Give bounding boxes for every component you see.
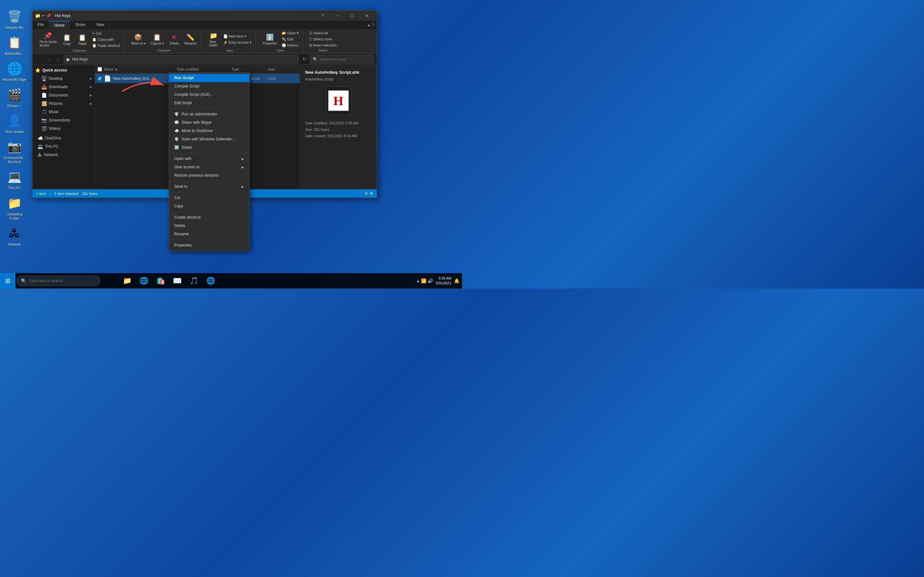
history-button[interactable]: 🕐 History <box>280 43 300 48</box>
tab-view[interactable]: View <box>91 21 110 29</box>
preview-icon: H <box>326 86 351 115</box>
invert-selection-button[interactable]: ⧉ Invert selection <box>308 43 338 48</box>
recycle-bin-icon[interactable]: 🗑️ Recycle Bin <box>0 6 29 32</box>
sidebar-music[interactable]: 🎵 Music <box>32 108 95 116</box>
sidebar-onedrive[interactable]: ☁️ OneDrive <box>32 134 95 142</box>
new-item-button[interactable]: 📄 New item ▾ <box>222 34 253 39</box>
ctx-give-access[interactable]: Give access to ▶ <box>169 163 249 171</box>
copy-to-button[interactable]: 📋 Copy to ▾ <box>149 32 166 47</box>
ctx-create-shortcut[interactable]: Create shortcut <box>169 213 249 221</box>
refresh-button[interactable]: ↻ <box>300 55 308 63</box>
network-status-icon[interactable]: 📶 <box>421 278 426 284</box>
select-all-button[interactable]: ☑ Select all <box>308 31 338 36</box>
ctx-edit-script[interactable]: Edit Script <box>169 99 249 107</box>
ctx-open-with[interactable]: Open with ▶ <box>169 155 249 163</box>
delete-button[interactable]: ✕ Delete <box>167 32 181 47</box>
ribbon-group-new: 📁 Newfolder 📄 New item ▾ ⚡ Easy access ▾… <box>204 31 256 52</box>
ctx-sep-1 <box>169 108 249 109</box>
column-date[interactable]: Date modified <box>177 67 231 71</box>
ctx-compile-script[interactable]: Compile Script <box>169 82 249 90</box>
back-button[interactable]: ← <box>35 55 43 63</box>
microsoft-edge-icon[interactable]: 🌐 Microsoft Edge <box>0 58 29 84</box>
sidebar-screenshots[interactable]: 📷 Screenshots <box>32 116 95 124</box>
select-all-checkbox[interactable] <box>97 67 102 71</box>
edit-button[interactable]: ✏️ Edit <box>280 37 300 42</box>
task-view-button[interactable]: ⧉ <box>103 273 118 288</box>
copy-button[interactable]: 📋 Copy <box>60 32 74 47</box>
up-button[interactable]: ↑ <box>54 55 62 63</box>
taskbar-app-icons: ⧉ 📁 🌐 🛍️ ✉️ 🎵 🌐 <box>103 273 218 288</box>
autohotkey-icon[interactable]: 📋 AutoHotke... <box>0 32 29 58</box>
column-name[interactable]: Name ▲ <box>104 67 177 71</box>
start-button[interactable]: ⊞ <box>0 273 15 288</box>
screenshots-shortcut-icon[interactable]: 📷 Screenshots - Shortcut <box>0 137 29 167</box>
copy-path-button[interactable]: 📋 Copy path <box>91 37 121 42</box>
sidebar-downloads[interactable]: 📥 Downloads ★ <box>32 83 95 91</box>
chrome-taskbar-button[interactable]: 🌐 <box>203 273 218 288</box>
ctx-delete[interactable]: Delete <box>169 221 249 230</box>
ctx-move-onedrive[interactable]: ☁️ Move to OneDrive <box>169 127 249 135</box>
tab-share[interactable]: Share <box>70 21 91 29</box>
sidebar-this-pc[interactable]: 💻 This PC <box>32 142 95 151</box>
tab-home[interactable]: Home <box>49 21 70 29</box>
properties-button[interactable]: ℹ️ Properties <box>261 32 279 47</box>
spotify-taskbar-button[interactable]: 🎵 <box>186 273 202 288</box>
address-path[interactable]: ▶ Hot Keys <box>64 55 298 63</box>
cut-button[interactable]: ✂ Cut <box>91 31 121 36</box>
open-button[interactable]: 📂 Open ▾ <box>280 31 300 36</box>
taskbar-clock[interactable]: 9:35 AM 3/31/2021 <box>436 276 451 286</box>
store-taskbar-button[interactable]: 🛍️ <box>153 273 168 288</box>
uploading-folder-icon[interactable]: 📁 Uploading Folder <box>0 193 29 223</box>
ctx-send-to[interactable]: Send to ▶ <box>169 182 249 191</box>
file-checkbox[interactable] <box>97 76 102 81</box>
view-details-icon[interactable]: ☰ <box>365 191 368 195</box>
move-to-button[interactable]: 📦 Move to ▾ <box>129 32 147 47</box>
ctx-scan-defender[interactable]: 🛡️ Scan with Windows Defender... <box>169 135 249 143</box>
search-input[interactable] <box>320 57 368 61</box>
view-tiles-icon[interactable]: ⊞ <box>370 191 373 195</box>
ctx-share-skype[interactable]: 💬 Share with Skype <box>169 118 249 127</box>
paste-button[interactable]: 📋 Paste <box>75 32 89 47</box>
ctx-run-as-admin[interactable]: 🛡️ Run as administrator <box>169 110 249 118</box>
ctx-restore-versions[interactable]: Restore previous versions <box>169 171 249 179</box>
forward-button[interactable]: → <box>45 55 52 63</box>
ctx-rename[interactable]: Rename <box>169 230 249 238</box>
rename-button[interactable]: ✏️ Rename <box>183 32 199 47</box>
ctx-run-script[interactable]: Run Script <box>169 74 249 82</box>
disney-plus-icon[interactable]: 🎬 Disney + <box>0 85 29 111</box>
help-button[interactable]: ? <box>315 11 330 21</box>
sidebar-desktop[interactable]: 🖥️ Desktop ★ <box>32 74 95 83</box>
tab-file[interactable]: File <box>32 21 49 29</box>
status-count: 1 item <box>36 192 46 195</box>
edge-taskbar-button[interactable]: 🌐 <box>136 273 152 288</box>
column-type[interactable]: Type <box>232 67 268 71</box>
ctx-properties[interactable]: Properties <box>169 241 249 250</box>
minimize-button[interactable]: ─ <box>330 11 344 21</box>
file-explorer-taskbar-button[interactable]: 📁 <box>120 273 135 288</box>
tech-junkie-icon[interactable]: 👤 Tech Junkie <box>0 111 29 137</box>
new-folder-button[interactable]: 📁 Newfolder <box>207 31 221 48</box>
mail-taskbar-button[interactable]: ✉️ <box>170 273 185 288</box>
sidebar-videos[interactable]: 🎬 Videos <box>32 124 95 133</box>
network-icon[interactable]: 🖧 Network <box>0 223 29 249</box>
ctx-share[interactable]: ↗️ Share <box>169 143 249 152</box>
ctx-copy[interactable]: Copy <box>169 202 249 210</box>
sidebar-quick-access[interactable]: ⭐ Quick access <box>32 66 95 74</box>
ctx-compile-script-gui[interactable]: Compile Script (GUI)... <box>169 90 249 99</box>
ctx-cut[interactable]: Cut <box>169 193 249 202</box>
sidebar-network[interactable]: 🖧 Network <box>32 151 95 159</box>
close-button[interactable]: ✕ <box>359 11 374 21</box>
action-center-icon[interactable]: 🔔 <box>454 278 459 284</box>
this-pc-icon[interactable]: 💻 This PC <box>0 167 29 193</box>
maximize-button[interactable]: ▢ <box>344 11 359 21</box>
sidebar-documents[interactable]: 📄 Documents ★ <box>32 91 95 99</box>
easy-access-button[interactable]: ⚡ Easy access ▾ <box>222 40 253 45</box>
volume-icon[interactable]: 🔊 <box>428 278 433 284</box>
sidebar-pictures[interactable]: 🖼️ Pictures ★ <box>32 99 95 108</box>
pin-to-quick-access-button[interactable]: 📌 Pin to Quickaccess <box>37 31 59 48</box>
paste-shortcut-button[interactable]: 📋 Paste shortcut <box>91 43 121 48</box>
column-size[interactable]: Size <box>268 67 297 71</box>
taskbar-search-input[interactable] <box>29 279 90 283</box>
select-none-button[interactable]: ☐ Select none <box>308 37 338 42</box>
chevron-up-icon[interactable]: ▲ <box>417 279 420 283</box>
